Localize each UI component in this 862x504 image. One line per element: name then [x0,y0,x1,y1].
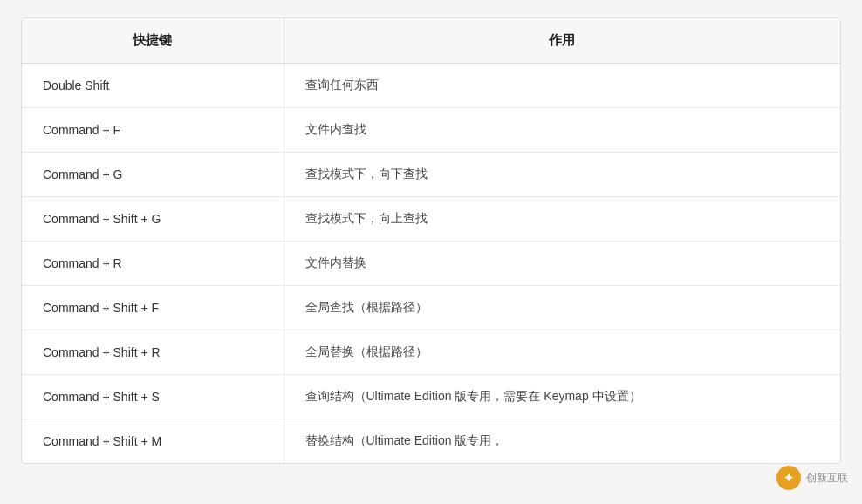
shortcut-cell: Command + Shift + R [22,330,284,375]
description-cell: 文件内替换 [284,242,840,286]
shortcut-cell: Command + G [22,153,284,197]
shortcut-table: 快捷键 作用 Double Shift查询任何东西Command + F文件内查… [22,18,840,463]
shortcut-cell: Command + R [22,242,284,286]
description-cell: 全局替换（根据路径） [284,330,840,375]
shortcut-cell: Command + Shift + M [22,419,284,464]
table-row: Command + Shift + F全局查找（根据路径） [22,286,840,330]
description-cell: 替换结构（Ultimate Edition 版专用， [284,419,840,464]
column-header-shortcut: 快捷键 [22,18,284,64]
shortcut-cell: Command + Shift + S [22,375,284,419]
shortcut-cell: Command + Shift + F [22,286,284,330]
description-cell: 查询任何东西 [284,64,840,108]
table-row: Command + R文件内替换 [22,242,840,286]
table-row: Command + Shift + S查询结构（Ultimate Edition… [22,375,840,419]
description-cell: 文件内查找 [284,108,840,153]
shortcut-table-container: 快捷键 作用 Double Shift查询任何东西Command + F文件内查… [21,17,841,464]
watermark-logo: ✦ [776,466,801,490]
table-row: Command + F文件内查找 [22,108,840,153]
table-row: Command + Shift + R全局替换（根据路径） [22,330,840,375]
shortcut-cell: Command + F [22,108,284,153]
description-cell: 查找模式下，向上查找 [284,197,840,242]
shortcut-cell: Command + Shift + G [22,197,284,242]
column-header-description: 作用 [284,18,840,64]
watermark-text: 创新互联 [806,471,848,486]
description-cell: 查找模式下，向下查找 [284,153,840,197]
table-header-row: 快捷键 作用 [22,18,840,64]
watermark: ✦ 创新互联 [776,466,848,490]
table-row: Command + Shift + M替换结构（Ultimate Edition… [22,419,840,464]
description-cell: 查询结构（Ultimate Edition 版专用，需要在 Keymap 中设置… [284,375,840,419]
shortcut-cell: Double Shift [22,64,284,108]
table-row: Double Shift查询任何东西 [22,64,840,108]
table-row: Command + G查找模式下，向下查找 [22,153,840,197]
description-cell: 全局查找（根据路径） [284,286,840,330]
table-row: Command + Shift + G查找模式下，向上查找 [22,197,840,242]
